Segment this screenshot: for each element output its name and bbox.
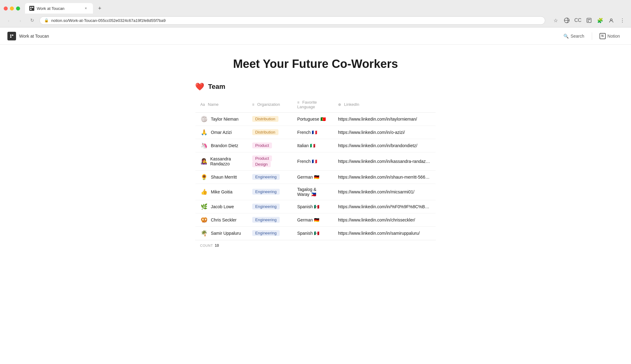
forward-button[interactable]: › [16,16,25,25]
person-emoji: 🥨 [200,217,208,223]
person-name: Kassandra Randazzo [210,156,242,166]
bookmark-button[interactable]: ☆ [551,16,560,25]
org-cell: Engineering [247,213,292,226]
url-text: notion.so/Work-at-Toucan-055cc052e0324c6… [51,18,166,23]
org-tag: Engineering [252,217,280,223]
new-tab-button[interactable]: + [95,4,104,13]
table-row: 🌴 Samir Uppaluru EngineeringSpanish 🇲🇽ht… [195,226,436,240]
linkedin-link[interactable]: https://www.linkedin.com/in/kassandra-ra… [338,159,431,164]
team-table: Aa Name ≡ Organization ≡ Favorite Langua… [195,97,436,240]
svg-rect-11 [10,35,11,36]
svg-rect-3 [30,9,31,10]
tab-close-button[interactable]: × [83,6,89,11]
linkedin-link[interactable]: https://www.linkedin.com/in/chrisseckler… [338,217,431,222]
org-tag: Distribution [252,129,278,135]
org-tag: Engineering [252,230,280,236]
count-label: COUNT [200,244,213,247]
svg-rect-13 [10,36,11,38]
person-name: Chris Seckler [211,217,236,222]
maximize-button[interactable] [16,6,20,10]
person-name: Taylor Nieman [211,117,238,122]
linkedin-cell[interactable]: https://www.linkedin.com/in/%F0%9F%8C%BF… [333,200,436,213]
more-button[interactable]: ⋮ [618,16,627,25]
linkedin-link[interactable]: https://www.linkedin.com/in/samiruppalur… [338,231,431,236]
org-tag: Distribution [252,116,278,122]
linkedin-link[interactable]: https://www.linkedin.com/in/brandondietz… [338,143,431,148]
org-cell: Engineering [247,200,292,213]
ext-puzzle-button[interactable]: 🧩 [596,16,604,25]
table-header-row: Aa Name ≡ Organization ≡ Favorite Langua… [195,97,436,112]
ext-cc-button[interactable]: CC [574,16,582,25]
person-name: Mike Goitia [211,189,232,194]
heart-icon: ❤️ [195,82,204,91]
person-cell: 🌴 Samir Uppaluru [200,230,242,237]
back-button[interactable]: ‹ [4,16,13,25]
language-cell: German 🇩🇪 [292,170,333,184]
ext-account-button[interactable] [607,16,616,25]
search-button[interactable]: 🔍 Search [560,32,588,40]
linkedin-link[interactable]: https://www.linkedin.com/in/taylornieman… [338,117,431,122]
refresh-button[interactable]: ↻ [28,16,36,25]
linkedin-link[interactable]: https://www.linkedin.com/in/shaun-merrit… [338,175,431,180]
browser-tab[interactable]: Work at Toucan × [25,3,93,14]
ext-vpn-button[interactable] [562,16,571,25]
svg-rect-8 [588,21,589,22]
org-col-icon: ≡ [252,102,254,107]
linkedin-cell[interactable]: https://www.linkedin.com/in/chrisseckler… [333,213,436,226]
org-cell: Engineering [247,170,292,184]
linkedin-col-label: LinkedIn [344,102,359,107]
minimize-button[interactable] [10,6,14,10]
page-content: Meet Your Future Co-Workers ❤️ Team Aa N… [177,45,454,269]
url-bar[interactable]: 🔒 notion.so/Work-at-Toucan-055cc052e0324… [40,16,545,25]
linkedin-cell[interactable]: https://www.linkedin.com/in/samiruppalur… [333,226,436,240]
svg-rect-7 [589,19,590,20]
table-row: 🏐 Taylor Nieman DistributionPortuguese 🇵… [195,112,436,126]
language-cell: French 🇫🇷 [292,126,333,139]
linkedin-cell[interactable]: https://www.linkedin.com/in/kassandra-ra… [333,152,436,170]
linkedin-link[interactable]: https://www.linkedin.com/in/micsarmi01/ [338,189,431,194]
name-cell: 👩‍🎤 Kassandra Randazzo [195,152,247,170]
org-col-label: Organization [257,102,280,107]
person-cell: 🙏 Omar Azizi [200,129,242,136]
notion-app: Work at Toucan 🔍 Search N Notion Meet Yo… [0,27,631,305]
linkedin-cell[interactable]: https://www.linkedin.com/in/o-azizi/ [333,126,436,139]
person-emoji: 🌴 [200,230,208,237]
table-row: 🌻 Shaun Merritt EngineeringGerman 🇩🇪http… [195,170,436,184]
linkedin-cell[interactable]: https://www.linkedin.com/in/brandondietz… [333,139,436,152]
svg-rect-12 [12,35,13,36]
linkedin-cell[interactable]: https://www.linkedin.com/in/micsarmi01/ [333,184,436,200]
person-name: Jacob Lowe [211,204,234,209]
table-row: 🌿 Jacob Lowe EngineeringSpanish 🇲🇽https:… [195,200,436,213]
traffic-lights [4,6,20,10]
notion-button[interactable]: N Notion [596,31,624,41]
linkedin-col-icon: ⊕ [338,102,341,107]
name-cell: 🌴 Samir Uppaluru [195,226,247,240]
linkedin-link[interactable]: https://www.linkedin.com/in/%F0%9F%8C%BF… [338,204,431,209]
tab-title: Work at Toucan [37,6,65,11]
linkedin-link[interactable]: https://www.linkedin.com/in/o-azizi/ [338,130,431,135]
org-tag: Engineering [252,204,280,209]
col-header-name: Aa Name [195,97,247,112]
person-name: Shaun Merritt [211,175,237,180]
lang-col-label: Favorite Language [297,100,317,109]
org-cell: Product [247,139,292,152]
person-name: Brandon Dietz [211,143,238,148]
col-header-org: ≡ Organization [247,97,292,112]
language-cell: Spanish 🇲🇽 [292,200,333,213]
person-emoji: 👩‍🎤 [200,158,207,165]
svg-rect-0 [29,6,34,11]
linkedin-cell[interactable]: https://www.linkedin.com/in/taylornieman… [333,112,436,126]
table-body: 🏐 Taylor Nieman DistributionPortuguese 🇵… [195,112,436,240]
person-emoji: 👍 [200,188,208,195]
person-emoji: 🏐 [200,116,208,122]
name-cell: 🦄 Brandon Dietz [195,139,247,152]
table-row: 🦄 Brandon Dietz ProductItalian 🇮🇹https:/… [195,139,436,152]
person-cell: 👩‍🎤 Kassandra Randazzo [200,156,242,166]
close-button[interactable] [4,6,8,10]
title-bar: Work at Toucan × + [0,0,631,14]
org-tag: Engineering [252,174,280,180]
ext-notion-button[interactable] [585,16,593,25]
linkedin-cell[interactable]: https://www.linkedin.com/in/shaun-merrit… [333,170,436,184]
notion-icon: N [600,33,606,39]
table-row: 👩‍🎤 Kassandra Randazzo ProductDesignFren… [195,152,436,170]
